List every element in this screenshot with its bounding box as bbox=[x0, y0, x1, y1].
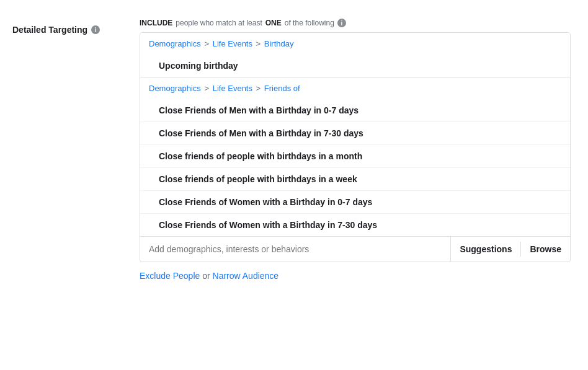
include-rest: people who match at least bbox=[176, 19, 262, 27]
breadcrumb-sep-3: > bbox=[202, 84, 212, 93]
breadcrumb-life-events-2[interactable]: Life Events bbox=[213, 84, 252, 93]
targeting-right-content: INCLUDE people who match at least ONE of… bbox=[140, 19, 571, 281]
exclude-people-link[interactable]: Exclude People bbox=[140, 271, 200, 281]
breadcrumb-sep-4: > bbox=[254, 84, 263, 93]
include-text: INCLUDE bbox=[140, 19, 172, 27]
search-input[interactable] bbox=[140, 237, 450, 262]
targeting-box: Demographics > Life Events > Birthday Up… bbox=[140, 32, 571, 262]
include-rest2: of the following bbox=[285, 19, 334, 27]
search-actions: Suggestions Browse bbox=[450, 237, 570, 262]
include-header: INCLUDE people who match at least ONE of… bbox=[140, 19, 571, 27]
browse-button[interactable]: Browse bbox=[521, 237, 570, 262]
list-item: Close friends of people with birthdays i… bbox=[140, 168, 570, 191]
breadcrumb-demographics-2[interactable]: Demographics bbox=[149, 84, 201, 93]
list-item: Close Friends of Women with a Birthday i… bbox=[140, 191, 570, 214]
list-item: Close Friends of Women with a Birthday i… bbox=[140, 214, 570, 236]
section-friends-of: Demographics > Life Events > Friends of … bbox=[140, 77, 570, 236]
search-row: Suggestions Browse bbox=[140, 236, 570, 262]
list-item: Close Friends of Men with a Birthday in … bbox=[140, 99, 570, 122]
breadcrumb-sep-2: > bbox=[254, 39, 263, 48]
one-text: ONE bbox=[265, 19, 282, 27]
include-info-icon[interactable]: i bbox=[337, 19, 346, 27]
section-label: Detailed Targeting i bbox=[12, 19, 127, 35]
section-birthday: Demographics > Life Events > Birthday Up… bbox=[140, 33, 570, 77]
footer-links: Exclude People or Narrow Audience bbox=[140, 271, 571, 281]
breadcrumb-birthday-end[interactable]: Birthday bbox=[264, 39, 294, 48]
breadcrumb-sep-1: > bbox=[202, 39, 212, 48]
breadcrumb-friends-of-end[interactable]: Friends of bbox=[264, 84, 300, 93]
detailed-targeting-section: Detailed Targeting i INCLUDE people who … bbox=[12, 19, 571, 281]
footer-or-text: or bbox=[200, 271, 212, 281]
detailed-targeting-info-icon[interactable]: i bbox=[91, 25, 100, 34]
narrow-audience-link[interactable]: Narrow Audience bbox=[213, 271, 279, 281]
list-item: Upcoming birthday bbox=[140, 55, 570, 77]
suggestions-button[interactable]: Suggestions bbox=[451, 237, 520, 262]
list-item: Close Friends of Men with a Birthday in … bbox=[140, 122, 570, 145]
list-item: Close friends of people with birthdays i… bbox=[140, 145, 570, 168]
breadcrumb-life-events-1[interactable]: Life Events bbox=[213, 39, 252, 48]
breadcrumb-demographics-1[interactable]: Demographics bbox=[149, 39, 201, 48]
breadcrumb-friends-of: Demographics > Life Events > Friends of bbox=[140, 77, 570, 99]
detailed-targeting-label: Detailed Targeting bbox=[12, 25, 87, 35]
breadcrumb-birthday: Demographics > Life Events > Birthday bbox=[140, 33, 570, 55]
